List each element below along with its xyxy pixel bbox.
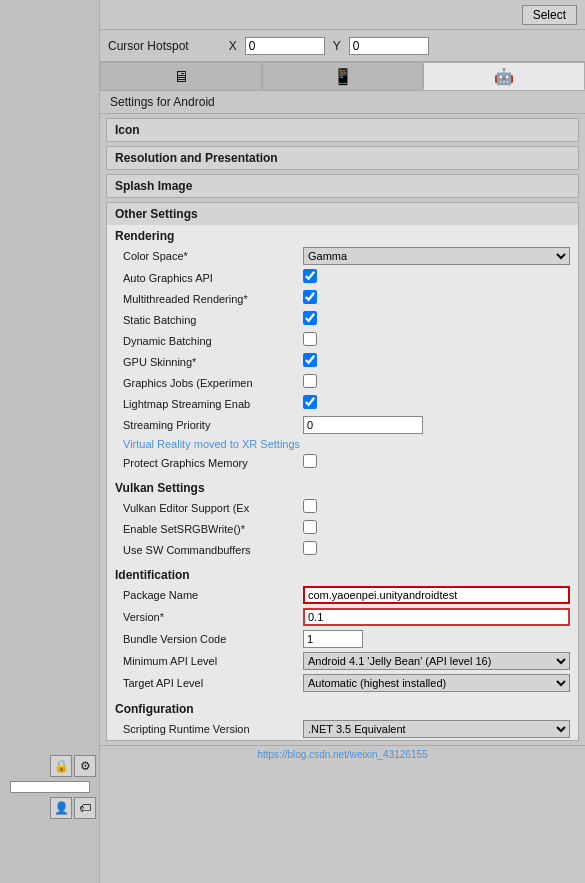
- color-space-row: Color Space* Gamma Linear: [107, 245, 578, 267]
- slider-track[interactable]: [10, 781, 90, 793]
- scripting-runtime-row: Scripting Runtime Version .NET 3.5 Equiv…: [107, 718, 578, 740]
- target-api-row: Target API Level Automatic (highest inst…: [107, 672, 578, 694]
- color-space-label: Color Space*: [123, 250, 303, 262]
- protect-graphics-label: Protect Graphics Memory: [123, 457, 303, 469]
- streaming-priority-input[interactable]: [303, 416, 423, 434]
- version-row: Version*: [107, 606, 578, 628]
- gpu-skinning-label: GPU Skinning*: [123, 356, 303, 368]
- top-bar: Select: [100, 0, 585, 30]
- min-api-row: Minimum API Level Android 4.1 'Jelly Bea…: [107, 650, 578, 672]
- identification-header: Identification: [107, 564, 578, 584]
- target-api-select[interactable]: Automatic (highest installed): [303, 674, 570, 692]
- auto-graphics-row: Auto Graphics API: [107, 267, 578, 288]
- graphics-jobs-label: Graphics Jobs (Experimen: [123, 377, 303, 389]
- vulkan-editor-support-label: Vulkan Editor Support (Ex: [123, 502, 303, 514]
- rendering-header: Rendering: [107, 225, 578, 245]
- sw-commandbuffers-checkbox[interactable]: [303, 541, 317, 555]
- gpu-skinning-row: GPU Skinning*: [107, 351, 578, 372]
- graphics-jobs-checkbox[interactable]: [303, 374, 317, 388]
- sw-commandbuffers-row: Use SW Commandbuffers: [107, 539, 578, 560]
- vulkan-editor-support-row: Vulkan Editor Support (Ex: [107, 497, 578, 518]
- watermark-text: https://blog.csdn.net/weixin_43126155: [257, 749, 427, 760]
- min-api-select[interactable]: Android 4.1 'Jelly Bean' (API level 16): [303, 652, 570, 670]
- protect-graphics-checkbox[interactable]: [303, 454, 317, 468]
- y-input[interactable]: [349, 37, 429, 55]
- target-api-label: Target API Level: [123, 677, 303, 689]
- icon-section-header[interactable]: Icon: [106, 118, 579, 142]
- setsrgb-checkbox[interactable]: [303, 520, 317, 534]
- lightmap-row: Lightmap Streaming Enab: [107, 393, 578, 414]
- settings-icon[interactable]: ⚙: [74, 755, 96, 777]
- lightmap-checkbox[interactable]: [303, 395, 317, 409]
- color-space-select[interactable]: Gamma Linear: [303, 247, 570, 265]
- multithreaded-row: Multithreaded Rendering*: [107, 288, 578, 309]
- protect-graphics-row: Protect Graphics Memory: [107, 452, 578, 473]
- other-settings-header[interactable]: Other Settings: [107, 203, 578, 225]
- multithreaded-label: Multithreaded Rendering*: [123, 293, 303, 305]
- bundle-version-input[interactable]: [303, 630, 363, 648]
- cursor-hotspot-label: Cursor Hotspot: [108, 39, 189, 53]
- tab-mobile[interactable]: 📱: [262, 62, 424, 90]
- streaming-priority-row: Streaming Priority: [107, 414, 578, 436]
- version-label: Version*: [123, 611, 303, 623]
- graphics-jobs-row: Graphics Jobs (Experimen: [107, 372, 578, 393]
- version-input[interactable]: [303, 608, 570, 626]
- min-api-label: Minimum API Level: [123, 655, 303, 667]
- vulkan-editor-support-checkbox[interactable]: [303, 499, 317, 513]
- package-name-label: Package Name: [123, 589, 303, 601]
- y-label: Y: [333, 39, 341, 53]
- settings-for-android-header: Settings for Android: [100, 91, 585, 114]
- package-name-row: Package Name: [107, 584, 578, 606]
- streaming-priority-label: Streaming Priority: [123, 419, 303, 431]
- static-batching-row: Static Batching: [107, 309, 578, 330]
- auto-graphics-label: Auto Graphics API: [123, 272, 303, 284]
- lock-icon[interactable]: 🔒: [50, 755, 72, 777]
- x-input[interactable]: [245, 37, 325, 55]
- left-panel: 🔒 ⚙ 👤 🏷: [0, 0, 100, 883]
- setsrgb-label: Enable SetSRGBWrite()*: [123, 523, 303, 535]
- splash-section-header[interactable]: Splash Image: [106, 174, 579, 198]
- bundle-version-row: Bundle Version Code: [107, 628, 578, 650]
- desktop-icon: 🖥: [173, 68, 189, 86]
- tag-icon[interactable]: 🏷: [74, 797, 96, 819]
- other-settings-section: Other Settings Rendering Color Space* Ga…: [106, 202, 579, 741]
- dynamic-batching-row: Dynamic Batching: [107, 330, 578, 351]
- static-batching-label: Static Batching: [123, 314, 303, 326]
- x-label: X: [229, 39, 237, 53]
- person-icon[interactable]: 👤: [50, 797, 72, 819]
- gpu-skinning-checkbox[interactable]: [303, 353, 317, 367]
- dynamic-batching-label: Dynamic Batching: [123, 335, 303, 347]
- lightmap-label: Lightmap Streaming Enab: [123, 398, 303, 410]
- watermark: https://blog.csdn.net/weixin_43126155: [100, 745, 585, 763]
- dynamic-batching-checkbox[interactable]: [303, 332, 317, 346]
- setsrgb-row: Enable SetSRGBWrite()*: [107, 518, 578, 539]
- android-icon: 🤖: [494, 67, 514, 86]
- static-batching-checkbox[interactable]: [303, 311, 317, 325]
- bundle-version-label: Bundle Version Code: [123, 633, 303, 645]
- select-button[interactable]: Select: [522, 5, 577, 25]
- tab-android[interactable]: 🤖: [423, 62, 585, 90]
- sw-commandbuffers-label: Use SW Commandbuffers: [123, 544, 303, 556]
- package-name-input[interactable]: [303, 586, 570, 604]
- auto-graphics-checkbox[interactable]: [303, 269, 317, 283]
- resolution-section-header[interactable]: Resolution and Presentation: [106, 146, 579, 170]
- mobile-icon: 📱: [333, 67, 353, 86]
- tab-desktop[interactable]: 🖥: [100, 62, 262, 90]
- platform-tabs: 🖥 📱 🤖: [100, 62, 585, 91]
- multithreaded-checkbox[interactable]: [303, 290, 317, 304]
- configuration-header: Configuration: [107, 698, 578, 718]
- scripting-runtime-label: Scripting Runtime Version: [123, 723, 303, 735]
- scripting-runtime-select[interactable]: .NET 3.5 Equivalent: [303, 720, 570, 738]
- vulkan-header: Vulkan Settings: [107, 477, 578, 497]
- cursor-hotspot-row: Cursor Hotspot X Y: [100, 30, 585, 62]
- vr-link[interactable]: Virtual Reality moved to XR Settings: [107, 436, 578, 452]
